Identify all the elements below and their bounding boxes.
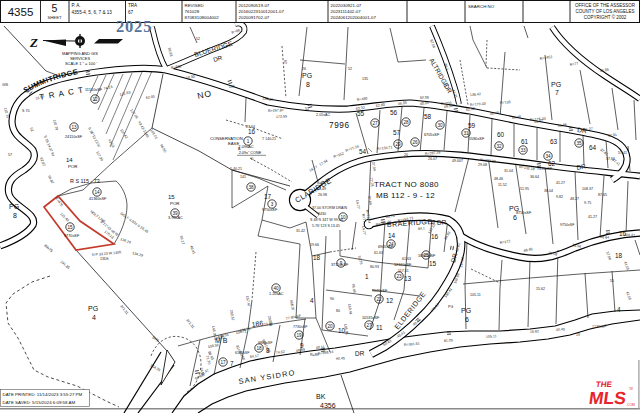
svg-text:3-95sAC: 3-95sAC	[168, 216, 183, 220]
svg-text:13Dft: 13Dft	[100, 257, 109, 261]
svg-text:8750sSF: 8750sSF	[516, 211, 532, 215]
svg-text:13: 13	[71, 125, 77, 130]
svg-text:37.00 STORM DRAIN: 37.00 STORM DRAIN	[312, 206, 347, 210]
svg-text:18: 18	[313, 254, 321, 261]
svg-text:6: 6	[513, 214, 517, 221]
svg-text:54: 54	[359, 148, 367, 155]
svg-text:33: 33	[520, 148, 526, 153]
svg-text:18: 18	[256, 346, 262, 351]
svg-text:117.51: 117.51	[398, 269, 409, 273]
svg-text:15: 15	[429, 260, 437, 267]
svg-text:19: 19	[296, 333, 302, 338]
svg-text:SCALE 1 " = 100 ': SCALE 1 " = 100 '	[65, 61, 97, 66]
svg-text:31: 31	[463, 131, 469, 136]
svg-text:15: 15	[67, 225, 73, 230]
svg-text:2024061202004001-07: 2024061202004001-07	[331, 15, 377, 20]
svg-text:5.76°123 S 13.45: 5.76°123 S 13.45	[312, 224, 340, 228]
svg-text:R S 115 - 73: R S 115 - 73	[70, 178, 100, 184]
svg-text:16: 16	[431, 233, 439, 240]
svg-text:34: 34	[545, 154, 551, 159]
svg-text:COPYRIGHT © 2002: COPYRIGHT © 2002	[584, 14, 627, 20]
svg-text:90: 90	[330, 297, 334, 301]
svg-text:80.93: 80.93	[370, 265, 379, 269]
svg-text:37150sSF: 37150sSF	[331, 263, 349, 267]
svg-text:Z: Z	[29, 35, 38, 50]
svg-text:20: 20	[404, 153, 408, 157]
svg-text:7730sSF: 7730sSF	[592, 324, 607, 329]
svg-text:108.37: 108.37	[582, 187, 593, 191]
svg-text:12: 12	[386, 297, 394, 304]
svg-text:PG: PG	[88, 305, 98, 312]
svg-text:172.55: 172.55	[276, 114, 287, 119]
svg-text:GIS: GIS	[2, 83, 9, 87]
svg-text:PG: PG	[551, 81, 561, 88]
svg-text:62: 62	[548, 160, 556, 167]
svg-text:9883sSF: 9883sSF	[258, 341, 273, 345]
svg-text:60: 60	[497, 131, 505, 138]
svg-text:9.82: 9.82	[556, 195, 563, 199]
svg-text:38: 38	[248, 185, 254, 190]
svg-text:49.007: 49.007	[452, 159, 463, 163]
svg-text:57: 57	[8, 153, 12, 157]
svg-text:BK: BK	[316, 393, 326, 400]
svg-text:PG: PG	[302, 72, 312, 79]
svg-text:36.64: 36.64	[530, 175, 539, 179]
svg-text:2012090519-07: 2012090519-07	[239, 3, 270, 8]
svg-text:15.62: 15.62	[530, 329, 539, 334]
svg-text:9-75: 9-75	[584, 201, 591, 205]
svg-text:16950sSF: 16950sSF	[418, 254, 436, 258]
svg-text:29.08: 29.08	[478, 163, 487, 167]
svg-text:P. A.: P. A.	[72, 3, 81, 8]
svg-text:90.45: 90.45	[336, 356, 345, 361]
svg-text:36.64: 36.64	[600, 235, 609, 240]
svg-text:39: 39	[172, 211, 178, 216]
svg-text:4356: 4356	[320, 402, 336, 409]
svg-text:40: 40	[273, 286, 279, 291]
svg-text:12160sSF: 12160sSF	[394, 263, 412, 267]
svg-text:.COM: .COM	[626, 403, 635, 407]
svg-text:11.52: 11.52	[498, 183, 507, 187]
svg-text:9520sSF: 9520sSF	[372, 289, 388, 293]
svg-text:105.11: 105.11	[470, 293, 481, 297]
svg-text:TM: TM	[629, 387, 633, 391]
svg-text:67: 67	[128, 10, 134, 15]
svg-text:135: 135	[362, 77, 368, 81]
svg-text:14: 14	[66, 157, 73, 163]
svg-text:48.46: 48.46	[494, 177, 503, 181]
svg-text:POR: POR	[170, 201, 180, 206]
svg-text:87083108004002: 87083108004002	[185, 15, 220, 20]
svg-text:9770sSF: 9770sSF	[64, 234, 80, 238]
svg-text:63: 63	[550, 138, 558, 145]
svg-text:50.56: 50.56	[420, 95, 429, 100]
svg-text:52: 52	[196, 37, 200, 41]
svg-text:7996: 7996	[329, 121, 350, 130]
svg-text:4: 4	[310, 297, 314, 304]
svg-text:22: 22	[376, 297, 382, 302]
svg-text:31.04: 31.04	[504, 169, 513, 173]
svg-text:8: 8	[306, 81, 310, 88]
svg-text:R=257.8+: R=257.8+	[268, 108, 284, 113]
svg-text:2430: 2430	[318, 212, 326, 216]
svg-text:2025: 2025	[116, 17, 152, 36]
svg-text:17: 17	[264, 193, 272, 200]
svg-text:61: 61	[521, 138, 529, 145]
svg-text:2022030921-07: 2022030921-07	[331, 3, 362, 8]
svg-text:20: 20	[327, 324, 333, 329]
svg-text:57.41: 57.41	[618, 151, 627, 155]
svg-text:TRA: TRA	[128, 3, 138, 8]
svg-text:27: 27	[366, 323, 372, 328]
svg-text:4355: 4355	[8, 6, 34, 18]
svg-text:6185sSF: 6185sSF	[235, 351, 250, 355]
svg-text:1: 1	[247, 139, 250, 144]
svg-text:11510sSF: 11510sSF	[85, 88, 103, 92]
svg-text:7: 7	[555, 89, 559, 96]
svg-text:14: 14	[94, 190, 100, 195]
svg-text:52: 52	[305, 107, 309, 111]
svg-text:26: 26	[302, 67, 306, 71]
svg-text:61.63: 61.63	[374, 251, 383, 255]
svg-text:19: 19	[576, 333, 580, 337]
svg-text:58: 58	[424, 113, 432, 120]
svg-text:DR: DR	[437, 218, 447, 226]
svg-text:30: 30	[437, 123, 443, 128]
svg-text:17: 17	[220, 360, 226, 365]
